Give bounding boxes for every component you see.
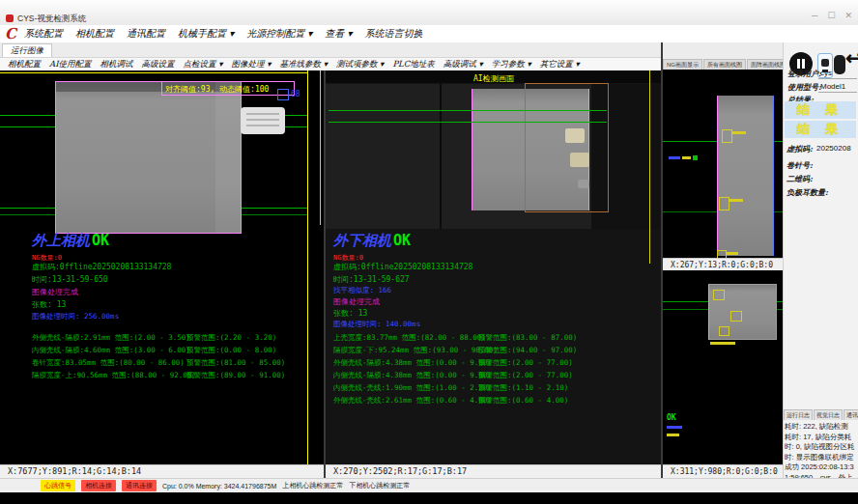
roi-tag: 68 — [291, 90, 300, 98]
overlay-tag — [682, 156, 691, 159]
measurement-main: 上壳宽度:83.77mm 范围:(82.00 - 88.00) — [333, 333, 486, 343]
log-tabs: 运行日志视觉日志通讯日志 — [784, 409, 858, 420]
toolbar-item[interactable]: 测试项参数 ▾ — [336, 59, 384, 70]
toolbar-item[interactable]: 基准线参数 ▾ — [279, 59, 327, 70]
close-button[interactable]: ✕ — [844, 11, 852, 20]
small-view-tab[interactable]: NG画面显示 — [663, 59, 702, 70]
secondary-image-view[interactable]: OK — [663, 270, 783, 464]
pin-number-label: 卷针号: — [786, 160, 813, 171]
ai-label: AI检测画面 — [473, 73, 514, 84]
log-tab[interactable]: 通讯日志 — [844, 409, 858, 420]
overlay-tag — [667, 426, 682, 429]
measure-line — [329, 122, 607, 123]
cpu-memory-text: Cpu: 0.0% Memory: 3424.41796875M — [162, 483, 276, 490]
virtual-code-value: 20250208 — [816, 144, 851, 153]
defect-marker — [722, 129, 732, 143]
measurement-main: 外侧壳线-壳线:2.61mm 范围:(0.60 - 4.00) — [333, 396, 492, 406]
measurement-row: 内侧壳线-隔膜:4.60mm 范围:(3.00 - 6.00) 预警范围:(0.… — [32, 346, 322, 358]
qr-code-label: 二维码: — [786, 174, 813, 184]
measurement-warn: 预警范围:(94.00 - 97.00) — [478, 346, 577, 355]
tab-run-image[interactable]: 运行图像 — [2, 43, 52, 57]
menu-item[interactable]: 光源控制配置 ▾ — [246, 27, 312, 41]
time-text: 时间:13-31-59-627 — [333, 274, 410, 285]
model-value: Model1 — [820, 82, 845, 91]
toolbar-item[interactable]: 图像处理 ▾ — [231, 59, 271, 70]
left-camera-view[interactable]: 对齐阈值:93, 动态阈值:100 68 外上相机OK NG数量:0 虚拟码:0… — [0, 70, 324, 464]
frame-count: 张数: 13 — [32, 299, 66, 310]
connector-detail — [246, 119, 279, 121]
measurement-warn: 预警范围:(2.20 - 3.20) — [186, 333, 276, 343]
measurement-warn: 预警范围:(2.00 - 77.00) — [478, 371, 573, 380]
result-badge: 结 果 — [785, 101, 856, 119]
menu-item[interactable]: 系统语言切换 — [365, 27, 423, 41]
menu-item[interactable]: 查看 ▾ — [325, 27, 352, 41]
toolbar-item[interactable]: 高级调试 ▾ — [443, 59, 483, 70]
connector-detail — [246, 125, 279, 126]
upper-camera-heartbeat: 上相机心跳检测正常 — [282, 481, 343, 490]
secondary-view-coordbar: X:311;Y:980;R:0;G:0;B:0 — [663, 464, 783, 478]
measurement-warn: 预警范围:(1.10 - 2.10) — [478, 383, 568, 393]
status-bar: 心跳信号 相机连接 通讯连接 Cpu: 0.0% Memory: 3424.41… — [0, 478, 858, 492]
middle-coordbar: X:270;Y:2502;R:17;G:17;B:17 — [326, 464, 661, 478]
measurement-list: 上壳宽度:83.77mm 范围:(82.00 - 88.00) 预警范围:(83… — [333, 333, 652, 408]
defect-marker — [730, 311, 742, 322]
middle-camera-view[interactable]: AI检测画面 外下相机OK NG数量:0 虚拟码:0ffline20250208… — [326, 70, 661, 464]
toolbar-item[interactable]: AI使用配置 — [49, 59, 92, 70]
return-arrow-icon[interactable]: ↩ — [845, 46, 858, 70]
model-label: 使用型号: — [787, 82, 821, 93]
defect-marker — [713, 290, 725, 300]
connector-part — [241, 107, 285, 134]
left-coordbar: X:7677;Y:891;R:14;G:14;B:14 — [0, 464, 324, 478]
minimize-button[interactable]: ─ — [812, 11, 817, 20]
app-window: CYS-视觉检测系统 ─ ☐ ✕ C 系统配置相机配置通讯配置机械手配置 ▾光源… — [0, 0, 858, 504]
camera-connect-badge: 相机连接 — [81, 480, 116, 491]
similarity-text: 找平相似度: 166 — [333, 286, 391, 295]
toolbar-item[interactable]: 学习参数 ▾ — [492, 59, 531, 70]
small-view-tab[interactable]: 所有画面线图 — [703, 59, 746, 70]
guide-line — [649, 70, 650, 264]
measurement-row: 隔膜宽度-下:95.24mm 范围:(93.00 - 98.00) 预警范围:(… — [333, 346, 652, 358]
cell-region — [717, 96, 774, 256]
done-text: 图像处理完成 — [32, 287, 78, 297]
threshold-label-box: 对齐阈值:93, 动态阈值:100 — [161, 81, 295, 96]
menu-item[interactable]: 机械手配置 ▾ — [178, 27, 234, 41]
measurement-main: 内侧壳线-隔膜:4.38mm 范围:(0.00 - 9.00) — [333, 371, 492, 380]
overlay-tag — [693, 155, 698, 160]
toolbar-item[interactable]: 相机配置 — [8, 59, 41, 70]
measurement-row: 隔膜宽度-上:90.56mm 范围:(88.00 - 92.00) 预警范围:(… — [32, 371, 322, 383]
maximize-button[interactable]: ☐ — [827, 11, 835, 20]
menu-item[interactable]: 通讯配置 — [127, 27, 165, 41]
measurement-main: 外侧壳线-隔膜:4.38mm 范围:(0.00 - 9.00) — [333, 358, 492, 368]
signal-lamp-icon[interactable] — [834, 55, 845, 74]
neg-tab-count-label: 负极耳数量: — [786, 187, 828, 198]
toolbar-item[interactable]: 相机调试 — [100, 59, 133, 70]
measurement-warn: 预警范围:(0.60 - 4.00) — [478, 396, 568, 406]
menu-items: 系统配置相机配置通讯配置机械手配置 ▾光源控制配置 ▾查看 ▾系统语言切换 — [24, 27, 423, 41]
camera-title: 外下相机OK — [333, 232, 411, 250]
guide-line — [307, 70, 308, 464]
marker-tag — [729, 199, 743, 202]
measurement-row: 外侧壳线-壳线:2.61mm 范围:(0.60 - 4.00) 预警范围:(0.… — [333, 396, 652, 408]
log-tab[interactable]: 运行日志 — [784, 409, 813, 420]
frame-count: 张数: 13 — [333, 308, 367, 319]
result-ok: OK — [92, 232, 109, 249]
measurement-warn: 预警范围:(0.00 - 8.00) — [186, 346, 276, 355]
overlay-tag — [667, 434, 679, 436]
toolbar-item[interactable]: 点检设置 ▾ — [184, 59, 223, 70]
measure-line — [329, 110, 607, 111]
small-views-panel: NG画面显示所有画面线图面阵画面线图 X:267;Y:13;R:0;G:0;B:… — [663, 42, 783, 478]
toolbar-item[interactable]: 其它设置 ▾ — [540, 59, 580, 70]
ng-image-view[interactable] — [663, 70, 783, 258]
proc-time: 图像处理时间: 256.00ms — [32, 312, 119, 322]
marker-tag — [727, 252, 738, 255]
menu-item[interactable]: 系统配置 — [24, 27, 63, 41]
cell-shade — [215, 82, 241, 233]
toolbar-item[interactable]: 高级设置 — [142, 59, 175, 70]
toolbar-item[interactable]: PLC地址表 — [392, 59, 434, 70]
camera-icon — [821, 59, 829, 67]
login-value: cys — [820, 69, 832, 77]
menu-item[interactable]: 相机配置 — [75, 27, 114, 41]
brand-logo-icon: C — [5, 27, 16, 42]
measurement-main: 外侧壳线-隔膜:2.91mm 范围:(2.00 - 3.50) — [32, 333, 190, 343]
log-tab[interactable]: 视觉日志 — [814, 409, 843, 420]
